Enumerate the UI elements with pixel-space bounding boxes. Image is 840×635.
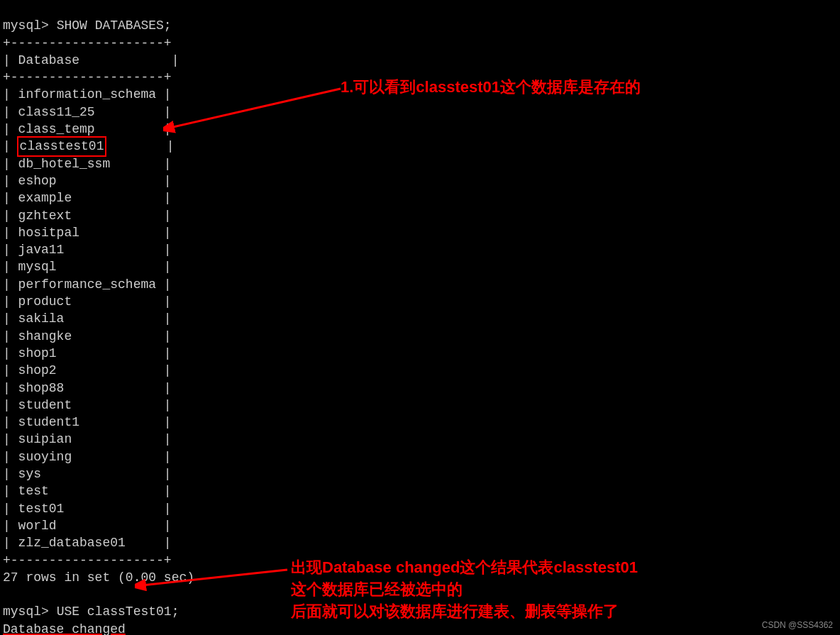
database-row: | suipian | — [3, 431, 837, 448]
database-list: | information_schema || class11_25 || cl… — [3, 86, 837, 551]
annotation-bottom: 出现Database changed这个结果代表classtest01 这个数据… — [291, 557, 638, 622]
database-row: | class_temp | — [3, 121, 837, 138]
prompt[interactable]: mysql> SHOW DATABASES; — [3, 18, 172, 33]
annotation-top: 1.可以看到classtest01这个数据库是存在的 — [341, 77, 641, 99]
watermark: CSDN @SSS4362 — [762, 619, 833, 631]
database-row: | eshop | — [3, 172, 837, 189]
prompt[interactable]: mysql> USE classTest01; — [3, 604, 179, 619]
table-border: +--------------------+ — [3, 70, 172, 84]
database-row: | product | — [3, 293, 837, 310]
database-row: | java11 | — [3, 241, 837, 258]
table-border: +--------------------+ — [3, 36, 172, 50]
db-changed-message: Database changed — [3, 622, 126, 635]
database-row: | shangke | — [3, 328, 837, 345]
database-row: | class11_25 | — [3, 104, 837, 121]
database-row: | gzhtext | — [3, 207, 837, 224]
database-row: | student | — [3, 397, 837, 414]
table-header-row: | Database | — [3, 53, 179, 67]
database-row: | hositpal | — [3, 224, 837, 241]
database-row: | zlz_database01 | — [3, 534, 837, 551]
database-row: | test | — [3, 482, 837, 499]
table-border: +--------------------+ — [3, 553, 172, 568]
database-row: | suoying | — [3, 448, 837, 465]
database-row: | example | — [3, 189, 837, 206]
database-row: | classtest01 | — [3, 138, 837, 155]
database-row: | performance_schema | — [3, 276, 837, 293]
database-row: | world | — [3, 517, 837, 534]
database-row: | shop2 | — [3, 362, 837, 379]
database-row: | db_hotel_ssm | — [3, 155, 837, 172]
database-row: | student1 | — [3, 414, 837, 431]
database-row: | sys | — [3, 465, 837, 482]
database-row: | mysql | — [3, 258, 837, 275]
database-row: | shop1 | — [3, 345, 837, 362]
database-row: | shop88 | — [3, 380, 837, 397]
database-row: | sakila | — [3, 310, 837, 327]
row-count: 27 rows in set (0.00 sec) — [3, 570, 194, 585]
database-row: | test01 | — [3, 500, 837, 517]
highlighted-db: classtest01 — [18, 138, 106, 155]
